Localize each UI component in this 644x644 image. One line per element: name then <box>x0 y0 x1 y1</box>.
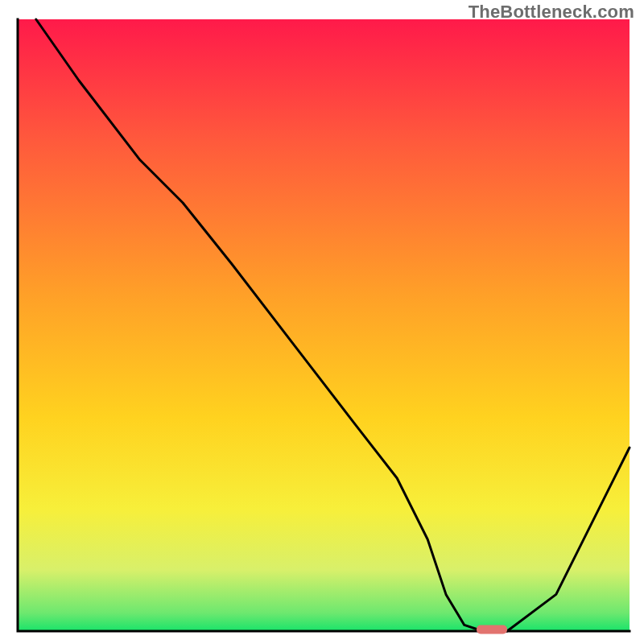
chart-svg <box>0 0 644 644</box>
plot-background <box>18 19 630 631</box>
watermark-text: TheBottleneck.com <box>469 2 634 23</box>
optimal-marker <box>477 625 507 634</box>
bottleneck-chart: TheBottleneck.com <box>0 0 644 644</box>
